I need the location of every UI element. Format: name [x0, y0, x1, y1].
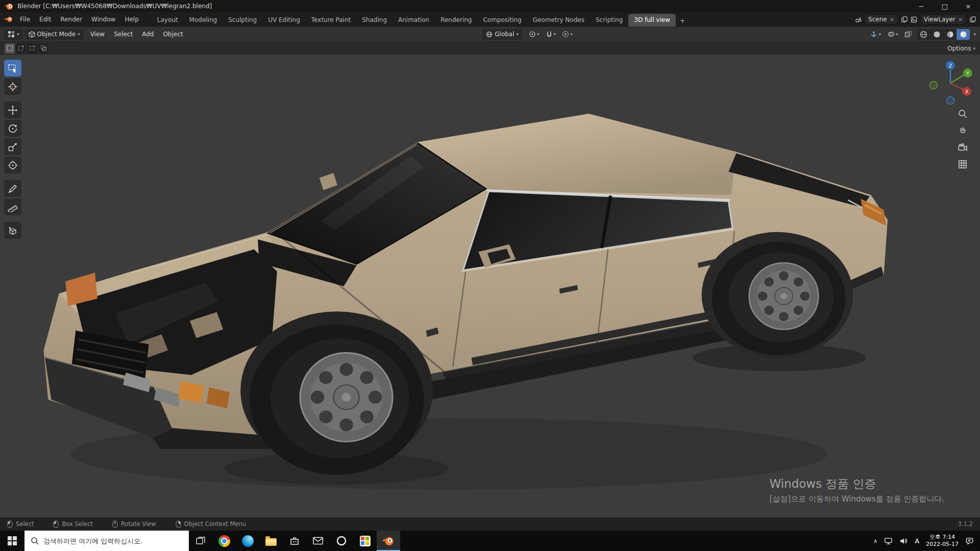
- hardware-icon[interactable]: [884, 537, 893, 545]
- axis-y-negative[interactable]: [930, 82, 938, 89]
- close-button[interactable]: ×: [957, 0, 980, 12]
- menu-edit[interactable]: Edit: [35, 14, 56, 25]
- taskbar-search[interactable]: [24, 531, 189, 551]
- status-rotate-view-label: Rotate View: [121, 520, 156, 528]
- ime-indicator[interactable]: A: [915, 537, 919, 545]
- tab-sculpting[interactable]: Sculpting: [223, 14, 262, 27]
- viewport-menu-object[interactable]: Object: [158, 29, 187, 40]
- menu-render[interactable]: Render: [56, 14, 87, 25]
- tab-modeling[interactable]: Modeling: [184, 14, 223, 27]
- select-mode-intersect[interactable]: [38, 43, 48, 54]
- topbar: File Edit Render Window Help Layout Mode…: [0, 12, 980, 27]
- mouse-left-icon: [7, 520, 13, 528]
- view-layer-icon[interactable]: [911, 16, 917, 23]
- search-input[interactable]: [43, 537, 183, 545]
- volume-icon[interactable]: [899, 537, 908, 545]
- pan-hand-button[interactable]: [957, 124, 969, 137]
- minimize-button[interactable]: −: [910, 0, 933, 12]
- menu-window[interactable]: Window: [87, 14, 120, 25]
- 3d-viewport[interactable]: Z Y X Windows 정품 인증 [설정]: [0, 55, 980, 517]
- orthographic-toggle-button[interactable]: [957, 158, 969, 170]
- store-icon: [289, 535, 300, 546]
- scene-unlink-icon[interactable]: ×: [890, 16, 894, 23]
- file-explorer-button[interactable]: [259, 531, 283, 551]
- navigation-gizmo[interactable]: Z Y X: [927, 59, 974, 106]
- new-view-layer-icon[interactable]: [969, 16, 976, 23]
- snap-toggle[interactable]: ▾: [544, 30, 558, 39]
- scene-browse-icon[interactable]: [855, 16, 862, 23]
- ring-app-button[interactable]: [330, 531, 353, 551]
- options-button[interactable]: Options ▾: [947, 45, 975, 52]
- tool-annotate[interactable]: [4, 180, 21, 197]
- viewport-menu-select[interactable]: Select: [109, 29, 137, 40]
- new-scene-icon[interactable]: [901, 16, 908, 23]
- transform-orientation-selector[interactable]: Global ▾: [482, 29, 522, 40]
- shading-rendered-button[interactable]: [957, 29, 970, 40]
- task-view-button[interactable]: [189, 531, 212, 551]
- tool-move[interactable]: [4, 102, 21, 118]
- view-layer-name[interactable]: ViewLayer: [924, 16, 955, 23]
- tab-scripting[interactable]: Scripting: [590, 14, 628, 27]
- select-mode-subtract[interactable]: [27, 43, 37, 54]
- tool-transform[interactable]: [4, 157, 21, 173]
- view-layer-unlink-icon[interactable]: ×: [958, 16, 963, 23]
- chrome-button[interactable]: [212, 531, 236, 551]
- notification-center-icon[interactable]: [965, 537, 974, 545]
- tool-add-cube[interactable]: [4, 222, 21, 239]
- tab-3d-full-view[interactable]: 3D full view: [628, 14, 676, 27]
- proportional-editing-toggle[interactable]: ▾: [560, 30, 574, 39]
- tab-texture-paint[interactable]: Texture Paint: [306, 14, 356, 27]
- shading-solid-button[interactable]: [930, 29, 943, 40]
- maximize-button[interactable]: □: [933, 0, 957, 12]
- scene-selector[interactable]: Scene ×: [865, 14, 898, 24]
- mode-selector[interactable]: Object Mode ▾: [25, 29, 84, 40]
- axis-z-negative[interactable]: [947, 97, 954, 105]
- tab-shading[interactable]: Shading: [356, 14, 393, 27]
- tab-compositing[interactable]: Compositing: [477, 14, 527, 27]
- view-layer-selector[interactable]: ViewLayer ×: [920, 14, 966, 24]
- clock-time: 오후 7:14: [926, 534, 959, 541]
- windows-logo-icon: [8, 536, 17, 545]
- status-select: Select: [7, 520, 34, 528]
- viewport-menu-view[interactable]: View: [86, 29, 109, 40]
- tool-rotate[interactable]: [4, 120, 21, 137]
- tray-expand-chevron[interactable]: ∧: [873, 538, 877, 544]
- tab-rendering[interactable]: Rendering: [435, 14, 477, 27]
- edge-button[interactable]: [236, 531, 259, 551]
- tool-box-select[interactable]: [4, 60, 21, 77]
- tab-uv-editing[interactable]: UV Editing: [262, 14, 306, 27]
- select-mode-extend[interactable]: [16, 43, 26, 54]
- tab-geometry-nodes[interactable]: Geometry Nodes: [527, 14, 590, 27]
- pivot-point-selector[interactable]: ▾: [527, 30, 541, 39]
- xray-toggle[interactable]: [903, 30, 913, 39]
- tool-cursor[interactable]: [4, 78, 21, 95]
- tab-layout[interactable]: Layout: [152, 14, 184, 27]
- camera-view-button[interactable]: [957, 141, 969, 154]
- show-gizmo-toggle[interactable]: ▾: [869, 30, 883, 39]
- editor-type-button[interactable]: ▾: [4, 29, 23, 40]
- scene-name[interactable]: Scene: [868, 16, 887, 23]
- chevron-down-icon[interactable]: ▾: [973, 32, 976, 37]
- menu-file[interactable]: File: [15, 14, 35, 25]
- viewport-scene[interactable]: [0, 55, 980, 517]
- show-overlays-toggle[interactable]: ▾: [886, 30, 900, 39]
- shading-material-button[interactable]: [943, 29, 957, 40]
- taskbar-clock[interactable]: 오후 7:14 2022-05-17: [926, 534, 959, 548]
- select-mode-new[interactable]: [5, 43, 15, 54]
- car-object[interactable]: [43, 114, 888, 490]
- blender-taskbar-button[interactable]: [377, 531, 400, 551]
- blender-logo-icon[interactable]: [4, 16, 13, 23]
- tab-animation[interactable]: Animation: [393, 14, 435, 27]
- viewport-menu-add[interactable]: Add: [137, 29, 158, 40]
- tool-measure[interactable]: [4, 198, 21, 215]
- workspace-tabs: Layout Modeling Sculpting UV Editing Tex…: [152, 12, 689, 27]
- shading-wireframe-button[interactable]: [917, 29, 930, 40]
- store-button[interactable]: [283, 531, 306, 551]
- mail-button[interactable]: [306, 531, 330, 551]
- grid-app-button[interactable]: [353, 531, 377, 551]
- tool-scale[interactable]: [4, 138, 21, 155]
- zoom-button[interactable]: [957, 108, 969, 120]
- add-workspace-button[interactable]: +: [676, 15, 689, 27]
- menu-help[interactable]: Help: [120, 14, 143, 25]
- start-button[interactable]: [0, 531, 24, 551]
